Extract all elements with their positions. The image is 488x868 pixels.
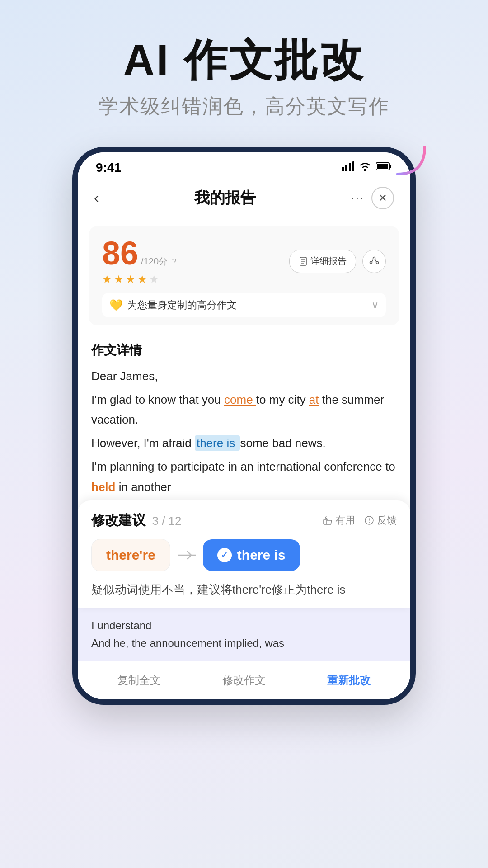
score-stars: ★ ★ ★ ★ ★	[102, 273, 177, 286]
check-icon: ✓	[217, 548, 232, 562]
share-button[interactable]	[362, 250, 386, 273]
header-section: AI 作文批改 学术级纠错润色，高分英文写作	[99, 36, 389, 120]
battery-icon	[376, 162, 392, 174]
phone-frame: 9:41 ‹ 我的报告 ···	[72, 147, 416, 705]
score-card: 86 /120分 ? ★ ★ ★ ★ ★	[89, 226, 399, 326]
deco-arc	[393, 142, 429, 179]
original-word-box: there're	[91, 539, 170, 571]
score-top: 86 /120分 ? ★ ★ ★ ★ ★	[102, 237, 386, 286]
signal-icon	[342, 161, 354, 174]
star-4: ★	[137, 273, 147, 286]
page-container: AI 作文批改 学术级纠错润色，高分英文写作 9:41	[0, 0, 488, 868]
feedback-button[interactable]: 反馈	[364, 514, 397, 527]
edit-button[interactable]: 修改作文	[213, 669, 275, 692]
essay-para-4: I'm planning to participate in an intern…	[91, 457, 397, 496]
suggestion-description: 疑似动词使用不当，建议将there're修正为there is	[91, 580, 397, 599]
score-right: 详细报告	[289, 250, 386, 273]
hint-text: 为您量身定制的高分作文	[127, 298, 237, 312]
example-text-1: I understand	[91, 617, 397, 634]
essay-section: 作文详情 Dear James, I'm glad to know that y…	[78, 335, 410, 497]
suggestion-count: 3 / 12	[152, 514, 181, 528]
star-1: ★	[102, 273, 112, 286]
status-icons	[342, 161, 392, 174]
custom-essay-hint[interactable]: 💛 为您量身定制的高分作文 ∨	[102, 293, 386, 317]
wifi-icon	[359, 161, 371, 174]
essay-section-title: 作文详情	[89, 342, 399, 359]
recheck-button[interactable]: 重新批改	[318, 669, 380, 692]
copy-button[interactable]: 复制全文	[108, 669, 170, 692]
score-left: 86 /120分 ? ★ ★ ★ ★ ★	[102, 237, 177, 286]
essay-para-2: I'm glad to know that you come to my cit…	[91, 390, 397, 429]
svg-point-14	[376, 261, 379, 264]
bottom-toolbar: 复制全文 修改作文 重新批改	[78, 661, 410, 699]
svg-rect-1	[345, 165, 347, 171]
example-text-2: And he, the announcement implied, was	[91, 635, 397, 652]
back-button[interactable]: ‹	[94, 189, 99, 206]
star-2: ★	[114, 273, 124, 286]
suggestion-actions: 有用 反馈	[323, 514, 397, 527]
arrow-right-icon	[178, 550, 196, 561]
phone-wrapper: 9:41 ‹ 我的报告 ···	[72, 147, 416, 705]
nav-title: 我的报告	[194, 188, 256, 208]
close-button[interactable]: ✕	[371, 187, 394, 209]
corrected-word-box: ✓ there is	[203, 539, 300, 571]
useful-button[interactable]: 有用	[323, 514, 355, 527]
svg-rect-2	[349, 163, 351, 171]
status-bar: 9:41	[78, 152, 410, 179]
nav-actions: ··· ✕	[351, 187, 394, 209]
report-icon	[299, 257, 308, 266]
there-is-highlight: there is	[195, 435, 240, 451]
svg-rect-3	[352, 161, 354, 171]
chevron-down-icon: ∨	[371, 299, 379, 311]
essay-text: Dear James, I'm glad to know that you co…	[89, 366, 399, 497]
example-section: I understand And he, the announcement im…	[78, 608, 410, 661]
star-3: ★	[126, 273, 136, 286]
suggestion-title: 修改建议	[91, 513, 145, 528]
svg-point-12	[373, 257, 375, 259]
star-5: ★	[149, 273, 159, 286]
svg-rect-6	[389, 165, 391, 168]
suggestion-header: 修改建议 3 / 12 有用	[91, 511, 397, 530]
score-max: /120分 ?	[141, 255, 177, 268]
score-number: 86	[102, 237, 138, 269]
svg-line-15	[372, 259, 373, 262]
at-highlight: at	[309, 393, 319, 406]
svg-point-4	[364, 169, 366, 171]
svg-line-16	[375, 259, 376, 262]
svg-point-13	[370, 261, 372, 264]
svg-rect-0	[342, 167, 344, 171]
share-icon	[369, 256, 379, 266]
more-button[interactable]: ···	[351, 191, 364, 205]
suggestion-title-group: 修改建议 3 / 12	[91, 511, 182, 530]
nav-bar: ‹ 我的报告 ··· ✕	[78, 179, 410, 217]
thumbs-up-icon	[323, 515, 333, 525]
essay-para-1: Dear James,	[91, 366, 397, 386]
svg-rect-7	[377, 164, 388, 169]
come-highlight: come	[224, 393, 256, 406]
detail-report-button[interactable]: 详细报告	[289, 250, 356, 273]
score-help-icon[interactable]: ?	[172, 257, 177, 266]
status-time: 9:41	[96, 160, 121, 175]
hint-left: 💛 为您量身定制的高分作文	[109, 298, 237, 312]
essay-para-3: However, I'm afraid there is some bad ne…	[91, 433, 397, 453]
suggestion-panel: 修改建议 3 / 12 有用	[78, 500, 410, 609]
page-title: AI 作文批改	[99, 36, 389, 84]
correction-row: there're ✓ there is	[91, 539, 397, 571]
heart-icon: 💛	[109, 299, 123, 311]
page-subtitle: 学术级纠错润色，高分英文写作	[99, 93, 389, 120]
feedback-icon	[364, 515, 374, 525]
svg-point-19	[369, 522, 370, 523]
held-highlight: held	[91, 480, 115, 494]
